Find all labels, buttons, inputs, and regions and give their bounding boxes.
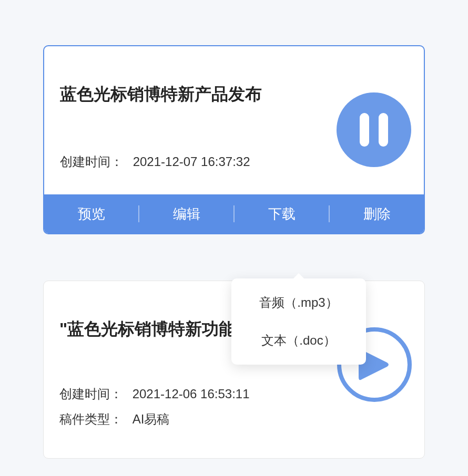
created-time-label: 创建时间：: [59, 386, 123, 402]
pause-button[interactable]: [337, 92, 411, 167]
media-card: 蓝色光标销博特新产品发布 创建时间： 2021-12-07 16:37:32 预…: [43, 45, 425, 234]
card-body: 蓝色光标销博特新产品发布 创建时间： 2021-12-07 16:37:32: [44, 46, 424, 194]
download-dropdown: 音频（.mp3） 文本（.doc）: [231, 278, 366, 365]
created-time-value: 2021-12-06 16:53:11: [133, 387, 250, 401]
action-bar: 预览 编辑 下载 删除: [44, 194, 424, 233]
created-time-label: 创建时间：: [60, 153, 123, 170]
download-text-option[interactable]: 文本（.doc）: [231, 322, 366, 359]
download-button[interactable]: 下载: [235, 205, 329, 223]
download-audio-option[interactable]: 音频（.mp3）: [231, 284, 366, 322]
created-time-value: 2021-12-07 16:37:32: [133, 154, 250, 169]
preview-button[interactable]: 预览: [44, 205, 138, 223]
doc-type-label: 稿件类型：: [59, 411, 123, 428]
delete-button[interactable]: 删除: [330, 205, 424, 223]
edit-button[interactable]: 编辑: [139, 205, 233, 223]
doc-type-value: AI易稿: [133, 411, 170, 428]
pause-icon: [360, 113, 388, 147]
card-list: 蓝色光标销博特新产品发布 创建时间： 2021-12-07 16:37:32 预…: [43, 45, 425, 459]
doc-type-row: 稿件类型： AI易稿: [59, 411, 409, 428]
